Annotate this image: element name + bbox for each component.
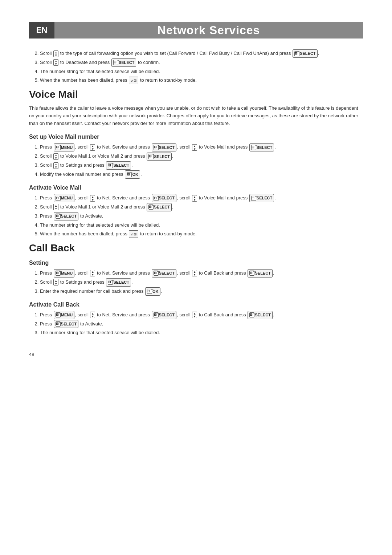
select-icon: ⊟⌒: [148, 154, 154, 159]
select-button: ⊟⌒SELECT: [152, 143, 176, 152]
select-button: ⊟⌒SELECT: [152, 194, 176, 202]
select-icon: ⊟⌒: [56, 321, 61, 327]
scroll-icon: ▲▼: [90, 195, 95, 202]
menu-button: ⊟⌒MENU: [54, 194, 74, 202]
select-button: ⊟⌒SELECT: [54, 320, 78, 328]
page-title: Network Services: [158, 24, 260, 37]
list-item: The number string for that selected serv…: [40, 68, 363, 76]
language-label: EN: [36, 25, 48, 35]
voice-mail-section: Voice Mail This feature allows the calle…: [29, 89, 363, 238]
select-icon: ⊟⌒: [148, 204, 154, 210]
select-icon: ⊟⌒: [251, 145, 256, 150]
select-icon: ⊟⌒: [154, 196, 159, 201]
list-item: Modify the voice mail number and press ⊟…: [40, 170, 363, 179]
activate-call-back: Activate Call Back Press ⊟⌒MENU, scroll …: [29, 301, 363, 337]
list-item: Scroll ▲▼ to Voice Mail 1 or Voice Mail …: [40, 203, 363, 211]
select-button: ⊟⌒SELECT: [147, 153, 171, 161]
select-icon: ⊟⌒: [251, 196, 256, 201]
list-item: Press ⊟⌒MENU, scroll ▲▼ to Net. Service …: [40, 143, 363, 151]
header-title-box: Network Services: [54, 22, 363, 39]
menu-icon: ⊟⌒: [56, 196, 61, 201]
scroll-icon: ▲▼: [192, 312, 197, 318]
select-icon: ⊟⌒: [249, 271, 254, 276]
call-back-setting-title: Setting: [29, 260, 363, 266]
list-item: Enter the required number for call back …: [40, 287, 363, 296]
scroll-icon: ▲▼: [192, 270, 197, 276]
scroll-icon: ▲▼: [53, 162, 58, 169]
activate-call-back-steps: Press ⊟⌒MENU, scroll ▲▼ to Net. Service …: [40, 311, 363, 337]
menu-icon: ⊟⌒: [56, 312, 61, 317]
ok-button: ⊟⌒OK: [145, 287, 160, 296]
select-icon: ⊟⌒: [56, 214, 61, 219]
activate-voice-mail: Activate Voice Mail Press ⊟⌒MENU, scroll…: [29, 185, 363, 238]
ok-button: ⊟⌒OK: [125, 170, 140, 179]
list-item: Scroll ▲▼ to Deactivate and press ⊟⌒SELE…: [40, 58, 363, 67]
menu-button: ⊟⌒MENU: [54, 143, 74, 152]
select-icon: ⊟⌒: [154, 145, 159, 150]
activate-voice-mail-steps: Press ⊟⌒MENU, scroll ▲▼ to Net. Service …: [40, 194, 363, 238]
call-back-section: Call Back Setting Press ⊟⌒MENU, scroll ▲…: [29, 242, 363, 337]
scroll-icon: ▲▼: [53, 153, 58, 160]
ok-icon: ⊟⌒: [127, 172, 132, 177]
list-item: Press ⊟⌒MENU, scroll ▲▼ to Net. Service …: [40, 194, 363, 202]
scroll-icon: ▲▼: [53, 204, 58, 210]
scroll-icon: ▲▼: [53, 59, 58, 66]
select-button: ⊟⌒SELECT: [248, 311, 272, 319]
voice-mail-intro: This feature allows the caller to leave …: [29, 105, 363, 127]
menu-icon: ⊟⌒: [56, 271, 61, 276]
select-icon: ⊟⌒: [108, 280, 113, 285]
language-badge: EN: [29, 22, 54, 39]
select-button: ⊟⌒SELECT: [249, 194, 274, 202]
list-item: Press ⊟⌒MENU, scroll ▲▼ to Net. Service …: [40, 311, 363, 319]
select-icon: ⊟⌒: [154, 271, 159, 276]
menu-button: ⊟⌒MENU: [54, 311, 74, 319]
call-back-title: Call Back: [29, 242, 363, 254]
page-number: 48: [29, 352, 363, 357]
select-icon: ⊟⌒: [108, 163, 113, 168]
end-call-icon: ↙⊠: [129, 230, 138, 238]
scroll-icon: ▲▼: [192, 195, 197, 202]
list-item: Scroll ▲▼ to Voice Mail 1 or Voice Mail …: [40, 152, 363, 161]
select-icon: ⊟⌒: [249, 312, 254, 317]
page-header: EN Network Services: [29, 22, 363, 39]
select-button: ⊟⌒SELECT: [152, 269, 176, 278]
call-back-setting: Setting Press ⊟⌒MENU, scroll ▲▼ to Net. …: [29, 260, 363, 296]
scroll-icon: ▲▼: [53, 50, 58, 57]
select-button: ⊟⌒SELECT: [152, 311, 176, 319]
select-button: ⊟⌒SELECT: [293, 49, 317, 58]
select-button: ⊟⌒SELECT: [248, 269, 272, 278]
voice-mail-title: Voice Mail: [29, 89, 363, 100]
setup-voice-mail: Set up Voice Mail number Press ⊟⌒MENU, s…: [29, 134, 363, 179]
list-item: When the number has been dialled, press …: [40, 230, 363, 238]
list-item: The number string for that selected serv…: [40, 221, 363, 229]
list-item: Scroll ▲▼ to Settings and press ⊟⌒SELECT…: [40, 278, 363, 287]
select-button: ⊟⌒SELECT: [54, 212, 78, 220]
scroll-icon: ▲▼: [192, 144, 197, 151]
list-item: Press ⊟⌒MENU, scroll ▲▼ to Net. Service …: [40, 269, 363, 278]
select-button: ⊟⌒SELECT: [106, 161, 131, 170]
menu-button: ⊟⌒MENU: [54, 269, 74, 278]
setup-voice-mail-steps: Press ⊟⌒MENU, scroll ▲▼ to Net. Service …: [40, 143, 363, 179]
select-button: ⊟⌒SELECT: [106, 278, 131, 287]
scroll-icon: ▲▼: [53, 279, 58, 285]
select-button: ⊟⌒SELECT: [249, 143, 274, 152]
select-icon: ⊟⌒: [294, 51, 299, 56]
list-item: Scroll ▲▼ to the type of call forwarding…: [40, 49, 363, 58]
list-item: Press ⊟⌒SELECT to Activate.: [40, 212, 363, 220]
select-icon: ⊟⌒: [154, 312, 159, 317]
select-button: ⊟⌒SELECT: [147, 203, 171, 211]
setup-voice-mail-title: Set up Voice Mail number: [29, 134, 363, 140]
list-item: Press ⊟⌒SELECT to Activate.: [40, 320, 363, 328]
scroll-icon: ▲▼: [90, 144, 95, 151]
list-item: When the number has been dialled, press …: [40, 76, 363, 84]
end-call-icon: ↙⊠: [129, 77, 138, 84]
menu-icon: ⊟⌒: [56, 145, 61, 150]
scroll-icon: ▲▼: [90, 270, 95, 276]
select-button: ⊟⌒SELECT: [111, 58, 136, 67]
call-forwarding-list: Scroll ▲▼ to the type of call forwarding…: [40, 49, 363, 84]
ok-icon: ⊟⌒: [147, 289, 152, 294]
list-item: The number string for that selected serv…: [40, 329, 363, 337]
activate-call-back-title: Activate Call Back: [29, 301, 363, 308]
scroll-icon: ▲▼: [90, 312, 95, 318]
select-icon: ⊟⌒: [113, 60, 118, 65]
